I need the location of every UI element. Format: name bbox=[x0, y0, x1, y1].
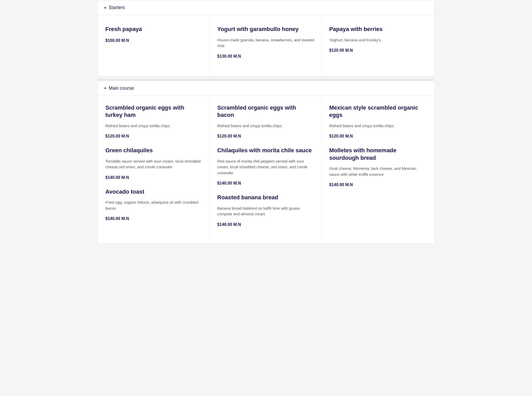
main-item-2-1: Scrambled organic eggs with bacon Refrie… bbox=[217, 104, 314, 139]
main-item-3-1: Mexican style scrambled organic eggs Ref… bbox=[329, 104, 427, 139]
main-item-1-1-name: Scrambled organic eggs with turkey ham bbox=[105, 104, 202, 119]
main-item-2-3-desc: Banana bread battered on kaffir lime wit… bbox=[217, 205, 314, 217]
main-item-3-2-price: $140.00 M.N bbox=[329, 182, 427, 187]
main-item-1-2-name: Green chilaquiles bbox=[105, 147, 202, 154]
main-item-1-3-price: $140.00 M.N bbox=[105, 216, 202, 221]
main-item-2-2-desc: Red sauce of morita chili peppers served… bbox=[217, 158, 314, 176]
main-item-2-3-name: Roasted banana bread bbox=[217, 194, 314, 201]
main-item-2-1-name: Scrambled organic eggs with bacon bbox=[217, 104, 314, 119]
main-item-1-1: Scrambled organic eggs with turkey ham R… bbox=[105, 104, 202, 139]
main-item-3-2: Molletes with homemade sourdough bread G… bbox=[329, 147, 427, 187]
main-item-2-1-desc: Refried beans and crispy tortilla chips bbox=[217, 123, 314, 129]
main-course-col-3: Mexican style scrambled organic eggs Ref… bbox=[322, 96, 434, 243]
main-item-1-2-price: $140.00 M.N bbox=[105, 175, 202, 180]
starters-section: ▾ Starters Fresh papaya $100.00 M.N Yogu… bbox=[98, 0, 434, 77]
main-item-3-2-desc: Goat cheese, Monterey Jack cheese, and M… bbox=[329, 166, 427, 177]
starters-title: Starters bbox=[109, 5, 125, 10]
starter-item-2-description: House-made granola, banana, strawberries… bbox=[217, 37, 314, 49]
main-item-2-1-price: $120.00 M.N bbox=[217, 134, 314, 139]
section-divider bbox=[98, 79, 434, 81]
starter-item-1: Fresh papaya $100.00 M.N bbox=[98, 15, 210, 76]
main-item-2-2-name: Chilaquiles with morita chile sauce bbox=[217, 147, 314, 154]
starters-chevron-icon: ▾ bbox=[104, 6, 106, 10]
main-item-1-3: Avocado toast Fried egg, organic lettuce… bbox=[105, 188, 202, 221]
starter-item-3-name: Papaya with berries bbox=[329, 26, 427, 33]
main-course-col-1: Scrambled organic eggs with turkey ham R… bbox=[98, 96, 210, 243]
main-item-1-2-desc: Tomatillo sauce served with sour cream, … bbox=[105, 158, 202, 170]
main-item-3-1-price: $120.00 M.N bbox=[329, 134, 427, 139]
main-item-3-1-name: Mexican style scrambled organic eggs bbox=[329, 104, 427, 119]
main-item-1-3-name: Avocado toast bbox=[105, 188, 202, 196]
main-item-2-2: Chilaquiles with morita chile sauce Red … bbox=[217, 147, 314, 186]
starters-header[interactable]: ▾ Starters bbox=[98, 0, 434, 15]
main-item-2-2-price: $140.00 M.N bbox=[217, 181, 314, 186]
starter-item-1-name: Fresh papaya bbox=[105, 26, 202, 33]
main-item-2-3-price: $140.00 M.N bbox=[217, 222, 314, 227]
main-course-section: ▾ Main course Scrambled organic eggs wit… bbox=[98, 81, 434, 244]
main-course-chevron-icon: ▾ bbox=[104, 86, 106, 90]
starter-item-2-name: Yogurt with garambullo honey bbox=[217, 26, 314, 33]
main-item-1-1-desc: Refried beans and crispy tortilla chips bbox=[105, 123, 202, 129]
main-course-grid: Scrambled organic eggs with turkey ham R… bbox=[98, 96, 434, 244]
starter-item-3-description: Yoghurt, banana and Kranky's bbox=[329, 37, 427, 43]
main-course-title: Main course bbox=[109, 86, 134, 91]
main-item-1-3-desc: Fried egg, organic lettuce, arbequina oi… bbox=[105, 200, 202, 211]
starter-item-3-price: $120.00 M.N bbox=[329, 48, 427, 53]
starters-grid: Fresh papaya $100.00 M.N Yogurt with gar… bbox=[98, 15, 434, 77]
starter-item-2-price: $130.00 M.N bbox=[217, 54, 314, 59]
main-course-col-2: Scrambled organic eggs with bacon Refrie… bbox=[210, 96, 322, 243]
main-item-1-2: Green chilaquiles Tomatillo sauce served… bbox=[105, 147, 202, 180]
main-course-header[interactable]: ▾ Main course bbox=[98, 81, 434, 96]
starter-item-3: Papaya with berries Yoghurt, banana and … bbox=[322, 15, 434, 76]
starter-item-1-price: $100.00 M.N bbox=[105, 38, 202, 43]
main-item-3-1-desc: Refried beans and crispy tortilla chips bbox=[329, 123, 427, 129]
starter-item-2: Yogurt with garambullo honey House-made … bbox=[210, 15, 322, 76]
page-container: ▾ Starters Fresh papaya $100.00 M.N Yogu… bbox=[98, 0, 434, 244]
main-item-2-3: Roasted banana bread Banana bread batter… bbox=[217, 194, 314, 227]
main-item-1-1-price: $120.00 M.N bbox=[105, 134, 202, 139]
main-item-3-2-name: Molletes with homemade sourdough bread bbox=[329, 147, 427, 162]
